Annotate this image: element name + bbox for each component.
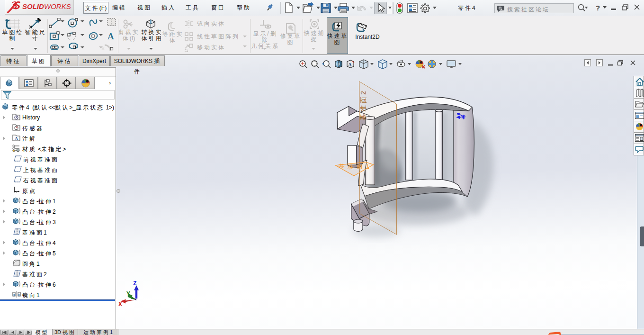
svg-text:WORKS: WORKS [44,2,71,10]
svg-text:A: A [15,136,18,141]
svg-text:A: A [107,31,114,41]
svg-text:基准面1: 基准面1 [338,163,372,170]
svg-text:基准面2: 基准面2 [359,89,367,120]
svg-text:SOLID: SOLID [22,2,44,10]
svg-text:X: X [118,301,122,306]
